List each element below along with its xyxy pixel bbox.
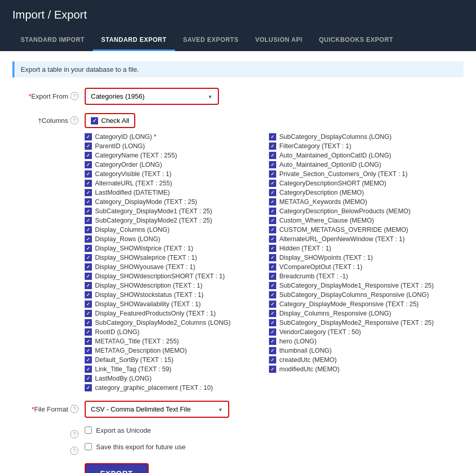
column-checkbox[interactable] [269, 133, 276, 140]
column-item: RootID (LONG) [85, 327, 269, 337]
save-export-label-spacer: ? [23, 443, 85, 455]
column-item: Default_SortBy (TEXT : 15) [85, 355, 269, 365]
column-checkbox[interactable] [85, 161, 92, 168]
column-checkbox[interactable] [85, 235, 92, 243]
column-checkbox[interactable] [269, 189, 276, 196]
tab-standard-export[interactable]: STANDARD EXPORT [93, 30, 175, 51]
column-checkbox[interactable] [269, 338, 276, 345]
column-checkbox[interactable] [85, 356, 92, 364]
columns-grid: CategoryID (LONG) *SubCategory_DisplayCo… [85, 132, 453, 392]
export-from-row: *Export From ? Categories (1956) [23, 88, 453, 105]
column-item: LastModBy (LONG) [85, 374, 269, 383]
column-checkbox[interactable] [85, 273, 92, 280]
column-checkbox[interactable] [269, 366, 276, 373]
save-export-checkbox[interactable] [85, 443, 92, 450]
column-checkbox[interactable] [269, 310, 276, 317]
column-checkbox[interactable] [269, 217, 276, 224]
tab-quickbooks-export[interactable]: QUICKBOOKS EXPORT [311, 30, 402, 51]
column-checkbox[interactable] [269, 356, 276, 364]
column-item: SubCategory_DisplayMode2_Responsive (TEX… [269, 318, 453, 327]
column-checkbox[interactable] [85, 143, 92, 150]
column-checkbox[interactable] [269, 235, 276, 243]
column-item: thumbnail (LONG) [269, 346, 453, 355]
column-checkbox[interactable] [269, 347, 276, 354]
column-checkbox[interactable] [85, 208, 92, 215]
column-checkbox[interactable] [269, 198, 276, 206]
save-export-help-icon[interactable]: ? [70, 447, 78, 455]
column-checkbox[interactable] [269, 301, 276, 308]
column-checkbox[interactable] [269, 161, 276, 168]
column-checkbox[interactable] [85, 338, 92, 345]
column-item: METATAG_Keywords (MEMO) [269, 197, 453, 207]
save-export-label: Save this export for future use [96, 443, 185, 451]
column-item: SubCategory_DisplayMode1 (TEXT : 25) [85, 207, 269, 216]
file-format-select[interactable]: CSV - Comma Delimited Text File [86, 402, 228, 417]
column-checkbox[interactable] [85, 198, 92, 206]
column-checkbox[interactable] [85, 180, 92, 187]
column-checkbox[interactable] [269, 245, 276, 252]
column-item [269, 383, 453, 392]
column-checkbox[interactable] [85, 301, 92, 308]
unicode-row: ? Export as Unicode [23, 426, 453, 438]
column-checkbox[interactable] [85, 291, 92, 298]
column-checkbox[interactable] [269, 152, 276, 159]
column-item: SubCategory_DisplayMode2 (TEXT : 25) [85, 216, 269, 225]
column-item: Display_Columns (LONG) [85, 225, 269, 234]
column-checkbox[interactable] [85, 310, 92, 317]
column-item: Auto_Maintained_OptionCatID (LONG) [269, 151, 453, 160]
column-checkbox[interactable] [85, 366, 92, 373]
export-unicode-checkbox[interactable] [85, 427, 92, 434]
column-checkbox[interactable] [269, 263, 276, 271]
column-item: CUSTOM_METATAGS_OVERRIDE (MEMO) [269, 225, 453, 234]
columns-row: †Columns ? Check All CategoryID (LONG) *… [23, 113, 453, 392]
column-checkbox[interactable] [269, 328, 276, 336]
column-checkbox[interactable] [85, 263, 92, 271]
tab-saved-exports[interactable]: SAVED EXPORTS [175, 30, 247, 51]
column-checkbox[interactable] [269, 319, 276, 326]
columns-help-icon[interactable]: ? [70, 116, 78, 124]
column-checkbox[interactable] [85, 217, 92, 224]
column-checkbox[interactable] [85, 282, 92, 289]
column-checkbox[interactable] [85, 328, 92, 336]
column-checkbox[interactable] [269, 180, 276, 187]
column-checkbox[interactable] [85, 347, 92, 354]
column-checkbox[interactable] [85, 319, 92, 326]
column-checkbox[interactable] [269, 143, 276, 150]
column-checkbox[interactable] [85, 133, 92, 140]
unicode-help-icon[interactable]: ? [70, 430, 78, 438]
check-all-button[interactable]: Check All [85, 113, 135, 128]
column-checkbox[interactable] [85, 170, 92, 178]
export-from-select[interactable]: Categories (1956) [86, 89, 218, 104]
export-button[interactable]: EXPORT [85, 463, 149, 473]
column-checkbox[interactable] [85, 384, 92, 391]
column-item: Display_SHOWdescription (TEXT : 1) [85, 281, 269, 290]
column-item: VendorCategory (TEXT : 50) [269, 327, 453, 337]
column-checkbox[interactable] [85, 245, 92, 252]
columns-label: †Columns ? [23, 113, 85, 124]
tab-volusion-api[interactable]: VOLUSION API [247, 30, 311, 51]
export-form: *Export From ? Categories (1956) †Column… [12, 88, 464, 473]
column-checkbox[interactable] [269, 291, 276, 298]
column-checkbox[interactable] [269, 273, 276, 280]
column-item: createdUtc (MEMO) [269, 355, 453, 365]
column-item: Display_Columns_Responsive (LONG) [269, 309, 453, 318]
export-from-select-wrapper: Categories (1956) [85, 88, 219, 105]
export-from-help-icon[interactable]: ? [70, 92, 78, 100]
column-checkbox[interactable] [269, 282, 276, 289]
column-checkbox[interactable] [85, 375, 92, 382]
tab-standard-import[interactable]: STANDARD IMPORT [12, 30, 93, 51]
column-checkbox[interactable] [269, 226, 276, 233]
column-checkbox[interactable] [269, 208, 276, 215]
column-item: Private_Section_Customers_Only (TEXT : 1… [269, 169, 453, 179]
column-checkbox[interactable] [85, 189, 92, 196]
column-checkbox[interactable] [269, 254, 276, 261]
column-checkbox[interactable] [85, 254, 92, 261]
column-item: SubCategory_DisplayColumns (LONG) [269, 132, 453, 141]
file-format-help-icon[interactable]: ? [70, 405, 78, 413]
main-content: Export a table in your database to a fil… [0, 51, 476, 473]
tab-bar: STANDARD IMPORT STANDARD EXPORT SAVED EX… [0, 30, 476, 51]
column-checkbox[interactable] [269, 170, 276, 178]
column-checkbox[interactable] [85, 152, 92, 159]
column-checkbox[interactable] [85, 226, 92, 233]
column-item: CategoryDescriptionSHORT (MEMO) [269, 179, 453, 188]
